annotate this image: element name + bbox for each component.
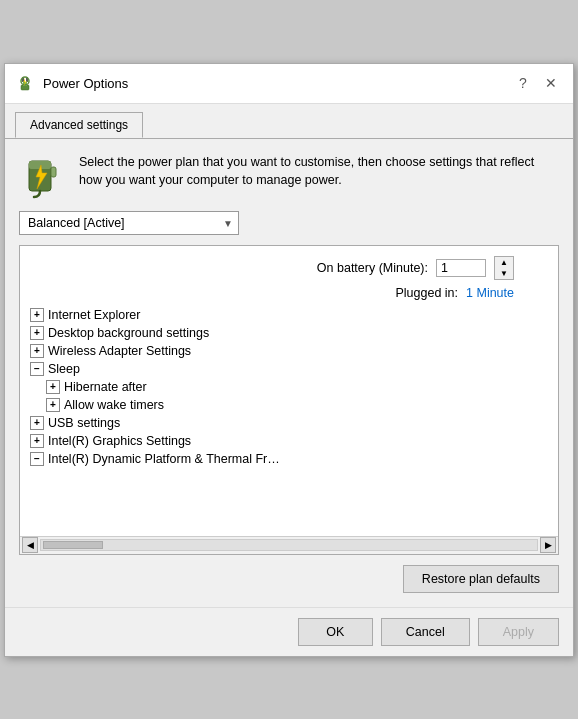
tree-scroll[interactable]: On battery (Minute): ▲ ▼ Plugged in: 1 M…	[20, 246, 558, 536]
expand-allow-wake-timers[interactable]: +	[46, 398, 60, 412]
cancel-button[interactable]: Cancel	[381, 618, 470, 646]
expand-internet-explorer[interactable]: +	[30, 308, 44, 322]
apply-button[interactable]: Apply	[478, 618, 559, 646]
plan-select-wrapper: Balanced [Active] High performance Power…	[19, 211, 239, 235]
expand-intel-graphics[interactable]: +	[30, 434, 44, 448]
tree-item-allow-wake-timers[interactable]: + Allow wake timers	[24, 396, 554, 414]
description-text: Select the power plan that you want to c…	[79, 153, 559, 191]
hscroll-thumb[interactable]	[43, 541, 103, 549]
tree-label-desktop-bg: Desktop background settings	[48, 326, 209, 340]
plugged-label: Plugged in:	[395, 286, 458, 300]
battery-spinbox-input[interactable]	[436, 259, 486, 277]
tree-item-sleep[interactable]: − Sleep	[24, 360, 554, 378]
tree-item-intel-dynamic[interactable]: − Intel(R) Dynamic Platform & Thermal Fr…	[24, 450, 554, 468]
expand-desktop-bg[interactable]: +	[30, 326, 44, 340]
window-icon	[15, 73, 35, 93]
hscroll-track[interactable]	[40, 539, 538, 551]
ok-button[interactable]: OK	[298, 618, 373, 646]
tree-item-intel-graphics[interactable]: + Intel(R) Graphics Settings	[24, 432, 554, 450]
spinbox-row: On battery (Minute): ▲ ▼	[24, 252, 554, 284]
title-controls: ? ✕	[511, 71, 563, 95]
tabs-row: Advanced settings	[5, 104, 573, 138]
tree-item-desktop-bg[interactable]: + Desktop background settings	[24, 324, 554, 342]
tree-label-hibernate-after: Hibernate after	[64, 380, 147, 394]
tree-label-intel-dynamic: Intel(R) Dynamic Platform & Thermal Fr…	[48, 452, 280, 466]
plugged-row: Plugged in: 1 Minute	[24, 284, 554, 306]
tree-item-internet-explorer[interactable]: + Internet Explorer	[24, 306, 554, 324]
tree-label-intel-graphics: Intel(R) Graphics Settings	[48, 434, 191, 448]
tree-label-usb-settings: USB settings	[48, 416, 120, 430]
tree-item-hibernate-after[interactable]: + Hibernate after	[24, 378, 554, 396]
expand-wireless-adapter[interactable]: +	[30, 344, 44, 358]
plan-select[interactable]: Balanced [Active] High performance Power…	[19, 211, 239, 235]
tree-box: On battery (Minute): ▲ ▼ Plugged in: 1 M…	[19, 245, 559, 555]
tree-label-sleep: Sleep	[48, 362, 80, 376]
restore-defaults-button[interactable]: Restore plan defaults	[403, 565, 559, 593]
spinbox-down-button[interactable]: ▼	[495, 268, 513, 279]
close-button[interactable]: ✕	[539, 71, 563, 95]
spinbox-up-button[interactable]: ▲	[495, 257, 513, 268]
tree-item-wireless-adapter[interactable]: + Wireless Adapter Settings	[24, 342, 554, 360]
spinbox-buttons: ▲ ▼	[494, 256, 514, 280]
help-button[interactable]: ?	[511, 71, 535, 95]
power-options-window: Power Options ? ✕ Advanced settings	[4, 63, 574, 657]
tree-label-internet-explorer: Internet Explorer	[48, 308, 140, 322]
tab-advanced-settings[interactable]: Advanced settings	[15, 112, 143, 138]
expand-usb-settings[interactable]: +	[30, 416, 44, 430]
restore-row: Restore plan defaults	[19, 565, 559, 593]
content-area: Select the power plan that you want to c…	[5, 138, 573, 607]
power-plan-icon	[19, 153, 67, 201]
hscroll-left-arrow[interactable]: ◀	[22, 537, 38, 553]
svg-rect-7	[51, 167, 56, 177]
tree-item-usb-settings[interactable]: + USB settings	[24, 414, 554, 432]
title-bar: Power Options ? ✕	[5, 64, 573, 104]
plan-select-row: Balanced [Active] High performance Power…	[19, 211, 559, 235]
button-row: OK Cancel Apply	[5, 607, 573, 656]
description-row: Select the power plan that you want to c…	[19, 153, 559, 201]
window-title: Power Options	[43, 76, 511, 91]
expand-hibernate-after[interactable]: +	[46, 380, 60, 394]
expand-intel-dynamic[interactable]: −	[30, 452, 44, 466]
tree-label-wireless-adapter: Wireless Adapter Settings	[48, 344, 191, 358]
battery-label: On battery (Minute):	[317, 261, 428, 275]
hscroll-right-arrow[interactable]: ▶	[540, 537, 556, 553]
horizontal-scrollbar[interactable]: ◀ ▶	[20, 536, 558, 554]
plugged-value: 1 Minute	[466, 286, 514, 300]
expand-sleep[interactable]: −	[30, 362, 44, 376]
tree-label-allow-wake-timers: Allow wake timers	[64, 398, 164, 412]
